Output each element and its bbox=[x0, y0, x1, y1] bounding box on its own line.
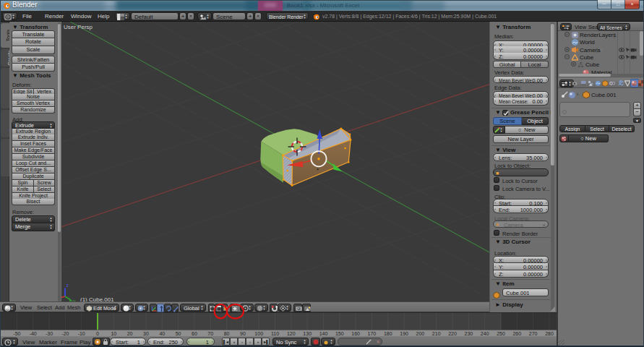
svg-text:-30: -30 bbox=[46, 331, 53, 336]
svg-text:40: 40 bbox=[159, 331, 165, 336]
svg-text:130: 130 bbox=[303, 331, 312, 336]
svg-text:280: 280 bbox=[545, 331, 554, 336]
svg-text:-20: -20 bbox=[61, 331, 69, 336]
svg-text:220: 220 bbox=[448, 331, 457, 336]
svg-text:100: 100 bbox=[254, 331, 263, 336]
svg-text:60: 60 bbox=[192, 331, 197, 336]
svg-text:70: 70 bbox=[207, 331, 213, 336]
svg-text:20: 20 bbox=[127, 331, 133, 336]
svg-text:210: 210 bbox=[432, 331, 441, 336]
svg-text:50: 50 bbox=[176, 331, 181, 336]
svg-text:140: 140 bbox=[319, 331, 328, 336]
svg-text:190: 190 bbox=[400, 331, 408, 336]
svg-text:-40: -40 bbox=[30, 331, 37, 336]
svg-text:User Persp: User Persp bbox=[64, 24, 93, 30]
svg-text:0: 0 bbox=[96, 331, 99, 336]
svg-text:230: 230 bbox=[465, 331, 473, 336]
svg-text:110: 110 bbox=[271, 331, 279, 336]
svg-text:80: 80 bbox=[224, 331, 230, 336]
svg-text:30: 30 bbox=[143, 331, 149, 336]
svg-text:160: 160 bbox=[351, 331, 360, 336]
svg-text:150: 150 bbox=[335, 331, 344, 336]
svg-text:120: 120 bbox=[287, 331, 296, 336]
svg-text:180: 180 bbox=[384, 331, 392, 336]
svg-text:10: 10 bbox=[111, 331, 116, 336]
svg-text:270: 270 bbox=[529, 331, 538, 336]
svg-text:90: 90 bbox=[240, 331, 246, 336]
svg-text:250: 250 bbox=[497, 331, 505, 336]
svg-text:260: 260 bbox=[512, 331, 521, 336]
svg-text:-50: -50 bbox=[13, 331, 20, 336]
svg-text:240: 240 bbox=[481, 331, 489, 336]
svg-text:170: 170 bbox=[368, 331, 377, 336]
svg-text:(1) Cube.001: (1) Cube.001 bbox=[80, 296, 114, 302]
svg-text:z: z bbox=[66, 283, 69, 288]
svg-text:200: 200 bbox=[416, 331, 425, 336]
svg-text:-10: -10 bbox=[78, 331, 85, 336]
